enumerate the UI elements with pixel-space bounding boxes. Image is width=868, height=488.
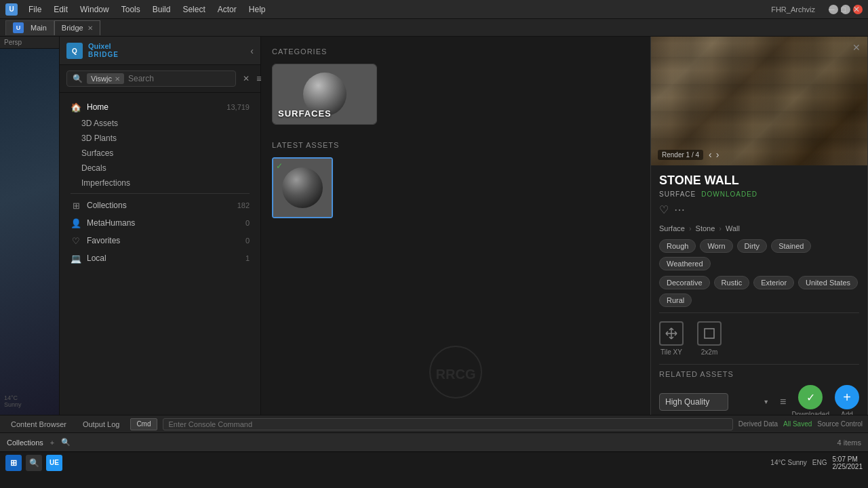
- search-input[interactable]: [128, 74, 230, 83]
- sidebar-item-home[interactable]: 🏠 Home 13,719: [60, 98, 260, 116]
- sidebar-item-decals[interactable]: Decals: [60, 161, 260, 176]
- asset-favorite-button[interactable]: ♡: [659, 203, 669, 216]
- sidebar-item-3d-assets[interactable]: 3D Assets: [60, 116, 260, 131]
- sidebar-nav: 🏠 Home 13,719 3D Assets 3D Plants Surfac…: [60, 93, 260, 272]
- menu-bar: U File Edit Window Tools Build Select Ac…: [0, 0, 868, 19]
- 3d-plants-label: 3D Plants: [81, 134, 117, 143]
- tab-bridge[interactable]: Bridge ✕: [54, 20, 100, 35]
- add-label: Add: [841, 411, 853, 415]
- tab-bar: U Main Bridge ✕: [0, 19, 868, 37]
- sidebar-item-3d-plants[interactable]: 3D Plants: [60, 131, 260, 146]
- output-log-tab[interactable]: Output Log: [77, 419, 125, 430]
- tab-main[interactable]: U Main: [5, 20, 54, 35]
- sidebar-item-surfaces[interactable]: Surfaces: [60, 146, 260, 161]
- console-input[interactable]: [163, 418, 733, 430]
- viewport-body[interactable]: 14°CSunny: [0, 49, 59, 415]
- viewport-info: 14°CSunny: [4, 394, 22, 408]
- menu-build[interactable]: Build: [150, 3, 174, 16]
- render-prev-button[interactable]: ‹: [707, 149, 713, 160]
- add-collection-button[interactable]: +: [50, 439, 54, 447]
- tile-xy-option[interactable]: Tile XY: [659, 321, 684, 356]
- content-browser-tab[interactable]: Content Browser: [5, 419, 72, 430]
- nav-divider-1: [71, 193, 250, 194]
- search-tag[interactable]: Viswjc ✕: [87, 73, 124, 84]
- search-collection-button[interactable]: 🔍: [61, 438, 71, 447]
- render-next-button[interactable]: ›: [715, 149, 721, 160]
- menu-tools[interactable]: Tools: [119, 3, 143, 16]
- search-clear-button[interactable]: ✕: [243, 74, 250, 83]
- menu-file[interactable]: File: [26, 3, 44, 16]
- sidebar-item-collections[interactable]: ⊞ Collections 182: [60, 197, 260, 214]
- add-button[interactable]: +: [835, 385, 859, 409]
- breadcrumb-surface[interactable]: Surface: [659, 224, 685, 232]
- tag-rural[interactable]: Rural: [659, 293, 692, 307]
- decals-label: Decals: [81, 163, 106, 173]
- category-card-surfaces[interactable]: SURFACES: [272, 64, 377, 125]
- detail-panel: ✕ Render 1 / 4 ‹ › STONE WALL SURFACE DO…: [650, 37, 867, 415]
- breadcrumb-stone[interactable]: Stone: [696, 224, 715, 232]
- latest-assets-title: LATEST ASSETS: [272, 141, 639, 149]
- collections-bar: Collections + 🔍 4 items: [0, 432, 868, 451]
- tag-stained[interactable]: Stained: [771, 239, 811, 253]
- asset-card-0[interactable]: ✓: [272, 157, 333, 218]
- collections-tab[interactable]: Collections: [7, 439, 43, 447]
- tag-exterior[interactable]: Exterior: [753, 276, 794, 289]
- breadcrumb-sep-1: ›: [689, 224, 692, 232]
- tags-row-2: Decorative Rustic Exterior United States…: [659, 276, 859, 307]
- bridge-collapse-button[interactable]: ‹: [250, 45, 254, 56]
- tab-main-label: Main: [31, 24, 47, 32]
- tag-weathered[interactable]: Weathered: [659, 257, 711, 270]
- add-section: + Add: [835, 385, 859, 415]
- tag-rustic[interactable]: Rustic: [714, 276, 750, 289]
- source-control-label[interactable]: Source Control: [817, 420, 863, 428]
- menu-window[interactable]: Window: [77, 3, 112, 16]
- derived-data-label[interactable]: Derived Data: [738, 420, 778, 428]
- asset-status-badge: DOWNLOADED: [701, 190, 757, 198]
- cmd-button[interactable]: Cmd: [130, 418, 157, 430]
- close-button[interactable]: ✕: [853, 5, 863, 14]
- menu-help[interactable]: Help: [246, 3, 269, 16]
- download-button[interactable]: ✓: [798, 385, 823, 409]
- lang-label: ENG: [812, 459, 827, 466]
- sidebar-item-favorites[interactable]: ♡ Favorites 0: [60, 232, 260, 249]
- minimize-button[interactable]: ─: [829, 5, 838, 14]
- home-count: 13,719: [226, 103, 250, 111]
- maximize-button[interactable]: □: [841, 5, 850, 14]
- search-icon: 🔍: [73, 74, 83, 83]
- asset-more-button[interactable]: ⋯: [674, 203, 685, 216]
- sidebar-item-metahumans[interactable]: 👤 MetaHumans 0: [60, 214, 260, 232]
- sidebar-item-imperfections[interactable]: Imperfections: [60, 176, 260, 190]
- breadcrumb-wall[interactable]: Wall: [726, 224, 740, 232]
- taskbar-ue-icon[interactable]: UE: [46, 455, 62, 471]
- tag-worn[interactable]: Worn: [700, 239, 732, 253]
- favorites-label: Favorites: [87, 236, 240, 245]
- sidebar-item-local[interactable]: 💻 Local 1: [60, 249, 260, 267]
- tag-united-states[interactable]: United States: [798, 276, 858, 289]
- start-button[interactable]: ⊞: [5, 455, 22, 471]
- related-assets-title: RELATED ASSETS: [659, 370, 859, 378]
- menu-edit[interactable]: Edit: [51, 3, 71, 16]
- search-taskbar-button[interactable]: 🔍: [26, 455, 42, 471]
- search-tag-close[interactable]: ✕: [115, 75, 120, 83]
- tile-xy-icon: [659, 321, 684, 346]
- tile-2x2-option[interactable]: 2x2m: [697, 321, 722, 356]
- favorites-count: 0: [245, 237, 250, 245]
- tag-decorative[interactable]: Decorative: [659, 276, 710, 289]
- quality-select[interactable]: High Quality Medium Quality Low Quality: [659, 393, 728, 411]
- tag-dirty[interactable]: Dirty: [737, 239, 768, 253]
- main-layout: Persp 14°CSunny Q Quixel BRIDGE ‹ 🔍 Visw…: [0, 37, 868, 415]
- search-bar: 🔍 Viswjc ✕ ✕ ≡ 👤: [60, 65, 260, 93]
- tags-row-1: Rough Worn Dirty Stained Weathered: [659, 239, 859, 270]
- tag-rough[interactable]: Rough: [659, 239, 696, 253]
- perspective-label: Persp: [4, 39, 22, 46]
- render-nav-buttons: ‹ ›: [707, 149, 720, 160]
- menu-actor[interactable]: Actor: [215, 3, 239, 16]
- viewport-header: Persp: [0, 37, 59, 49]
- related-filter-button[interactable]: ≡: [780, 396, 786, 408]
- tab-bridge-close[interactable]: ✕: [87, 24, 93, 32]
- detail-close-button[interactable]: ✕: [852, 42, 861, 53]
- tile-options: Tile XY 2x2m: [659, 312, 859, 365]
- menu-select[interactable]: Select: [180, 3, 208, 16]
- home-icon: 🏠: [71, 102, 81, 113]
- local-icon: 💻: [71, 253, 81, 264]
